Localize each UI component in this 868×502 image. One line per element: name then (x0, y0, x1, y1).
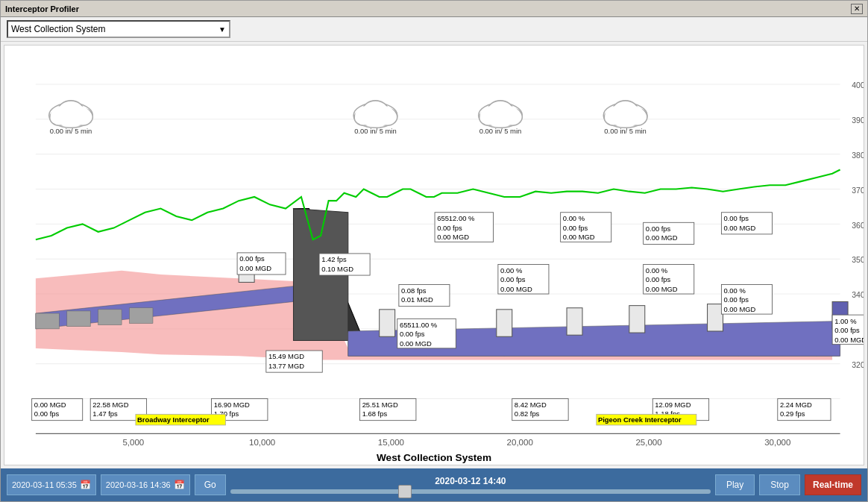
svg-rect-17 (130, 308, 153, 324)
svg-text:15,000: 15,000 (378, 438, 404, 447)
svg-text:1.00 %: 1.00 % (834, 317, 856, 325)
svg-text:380: 380 (852, 151, 864, 160)
svg-text:0.00 fps: 0.00 fps (239, 254, 265, 263)
svg-text:Pigeon Creek Interceptor: Pigeon Creek Interceptor (598, 415, 682, 424)
slider-thumb[interactable] (398, 485, 412, 498)
svg-text:0.00 fps: 0.00 fps (724, 296, 749, 304)
svg-text:0.00 MGD: 0.00 MGD (500, 285, 532, 293)
svg-text:0.29 fps: 0.29 fps (780, 410, 805, 418)
svg-text:0.00 %: 0.00 % (724, 286, 746, 295)
svg-text:0.00 %: 0.00 % (563, 214, 585, 222)
svg-text:0.01 MGD: 0.01 MGD (401, 296, 433, 304)
svg-text:0.00 %: 0.00 % (646, 266, 667, 274)
svg-text:0.00 fps: 0.00 fps (400, 330, 425, 338)
svg-text:5,000: 5,000 (122, 438, 144, 447)
svg-text:0.00 fps: 0.00 fps (646, 225, 671, 233)
svg-text:350: 350 (852, 256, 864, 264)
svg-rect-31 (629, 306, 645, 333)
svg-text:Broadway Interceptor: Broadway Interceptor (137, 415, 210, 424)
svg-text:13.77 MGD: 13.77 MGD (268, 362, 304, 370)
svg-text:0.00 fps: 0.00 fps (646, 275, 671, 283)
svg-text:0.00 MGD: 0.00 MGD (34, 401, 66, 409)
window-title: Interceptor Profiler (5, 4, 79, 13)
svg-text:25,000: 25,000 (635, 438, 661, 447)
svg-text:1.47 fps: 1.47 fps (92, 410, 118, 418)
realtime-button[interactable]: Real-time (805, 474, 861, 495)
svg-text:20,000: 20,000 (507, 438, 533, 447)
svg-rect-16 (98, 310, 122, 325)
svg-text:0.00 in/ 5 min: 0.00 in/ 5 min (479, 127, 521, 135)
main-content: 5,000 10,000 15,000 20,000 25,000 30,000… (1, 42, 867, 468)
stop-button[interactable]: Stop (759, 474, 800, 495)
svg-rect-30 (567, 308, 582, 335)
svg-text:0.08 fps: 0.08 fps (401, 286, 427, 295)
svg-text:390: 390 (852, 116, 864, 125)
svg-rect-28 (380, 310, 395, 336)
chart-area: 5,000 10,000 15,000 20,000 25,000 30,000… (4, 45, 864, 465)
svg-text:2.24 MGD: 2.24 MGD (780, 401, 812, 409)
svg-text:22.58 MGD: 22.58 MGD (92, 401, 128, 409)
svg-text:0.00 in/ 5 min: 0.00 in/ 5 min (604, 127, 646, 135)
timeline-slider-wrapper: 2020-03-12 14:40 (230, 476, 711, 494)
svg-text:65511.00 %: 65511.00 % (400, 321, 437, 329)
svg-text:0.10 MGD: 0.10 MGD (321, 265, 353, 273)
svg-text:1.42 fps: 1.42 fps (321, 255, 347, 263)
svg-rect-32 (708, 304, 723, 331)
timeline-slider-container (230, 489, 711, 494)
svg-point-76 (489, 102, 511, 118)
close-button[interactable]: ✕ (851, 4, 863, 14)
svg-text:0.00 in/ 5 min: 0.00 in/ 5 min (354, 127, 396, 135)
go-button[interactable]: Go (195, 474, 226, 495)
svg-text:25.51 MGD: 25.51 MGD (362, 401, 398, 409)
svg-text:West Collection System: West Collection System (377, 452, 491, 463)
svg-text:0.00 fps: 0.00 fps (34, 410, 60, 418)
toolbar: West Collection System ▼ (1, 17, 867, 42)
svg-text:0.00 in/ 5 min: 0.00 in/ 5 min (50, 127, 92, 135)
svg-text:0.00 fps: 0.00 fps (563, 224, 588, 232)
svg-text:15.49 MGD: 15.49 MGD (268, 352, 304, 360)
system-dropdown-value: West Collection System (11, 24, 106, 34)
svg-text:30,000: 30,000 (764, 438, 790, 447)
svg-text:0.00 MGD: 0.00 MGD (724, 224, 756, 232)
svg-text:65512.00 %: 65512.00 % (437, 214, 474, 222)
title-bar: Interceptor Profiler ✕ (1, 1, 867, 17)
svg-text:0.00 MGD: 0.00 MGD (834, 336, 864, 344)
current-date-display: 2020-03-12 14:40 (230, 476, 711, 486)
svg-text:360: 360 (852, 222, 864, 230)
slider-track[interactable] (230, 489, 711, 494)
system-dropdown[interactable]: West Collection System ▼ (7, 20, 230, 38)
play-button[interactable]: Play (715, 474, 755, 495)
svg-point-67 (365, 102, 386, 118)
svg-rect-29 (497, 310, 512, 336)
svg-text:340: 340 (852, 291, 864, 299)
svg-text:0.00 MGD: 0.00 MGD (646, 285, 678, 293)
svg-text:0.00 %: 0.00 % (500, 266, 522, 274)
svg-text:0.00 MGD: 0.00 MGD (724, 305, 756, 313)
svg-text:0.00 MGD: 0.00 MGD (400, 339, 432, 348)
svg-text:0.00 fps: 0.00 fps (724, 214, 749, 222)
start-date-calendar-icon[interactable]: 📅 (80, 480, 91, 490)
svg-rect-14 (36, 313, 59, 329)
end-date-calendar-icon[interactable]: 📅 (174, 480, 185, 490)
end-date-container: 2020-03-16 14:36 📅 (101, 474, 190, 495)
svg-text:0.00 fps: 0.00 fps (500, 275, 526, 283)
svg-text:370: 370 (852, 186, 864, 195)
bottom-bar: 2020-03-11 05:35 📅 2020-03-16 14:36 📅 Go… (1, 468, 867, 501)
main-chart: 5,000 10,000 15,000 20,000 25,000 30,000… (4, 46, 864, 465)
svg-point-58 (60, 102, 81, 118)
start-date-text: 2020-03-11 05:35 (12, 480, 77, 489)
svg-text:10,000: 10,000 (249, 438, 275, 447)
svg-text:16.90 MGD: 16.90 MGD (214, 401, 250, 409)
svg-text:0.82 fps: 0.82 fps (515, 410, 540, 418)
dropdown-arrow-icon: ▼ (218, 25, 226, 34)
svg-text:12.09 MGD: 12.09 MGD (655, 401, 691, 409)
svg-text:1.68 fps: 1.68 fps (362, 410, 388, 418)
svg-text:0.00 MGD: 0.00 MGD (646, 233, 678, 242)
svg-text:0.00 MGD: 0.00 MGD (563, 233, 595, 241)
app-window: Interceptor Profiler ✕ West Collection S… (0, 0, 868, 502)
svg-text:400: 400 (852, 81, 864, 90)
svg-text:0.00 MGD: 0.00 MGD (437, 233, 469, 241)
svg-text:0.00 fps: 0.00 fps (834, 326, 860, 334)
end-date-text: 2020-03-16 14:36 (106, 480, 171, 489)
svg-text:8.42 MGD: 8.42 MGD (515, 401, 547, 409)
